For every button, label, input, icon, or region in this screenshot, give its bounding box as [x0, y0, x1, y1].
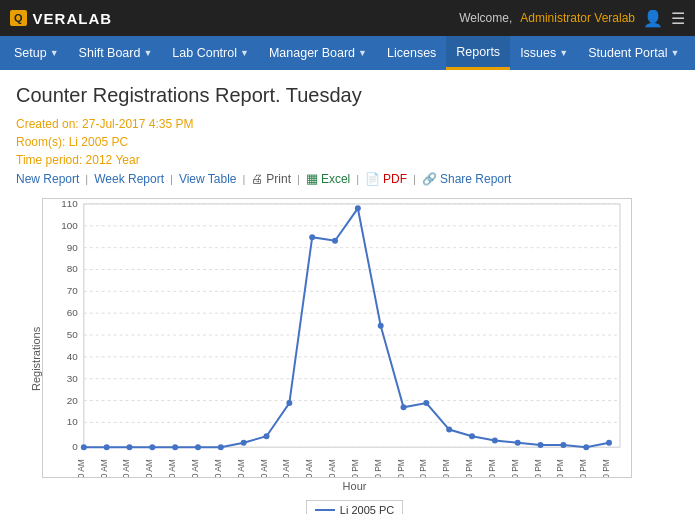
svg-text:3:00 AM: 3:00 AM: [144, 459, 154, 478]
svg-text:10:00 AM: 10:00 AM: [304, 459, 314, 478]
data-point: [423, 400, 429, 406]
nav-labcontrol[interactable]: Lab Control ▼: [162, 36, 259, 70]
pdf-icon: 📄: [365, 172, 380, 186]
nav-issues-arrow: ▼: [559, 48, 568, 58]
link-pdf[interactable]: 📄 PDF: [365, 172, 407, 186]
svg-text:60: 60: [66, 307, 78, 318]
nav-labcontrol-label: Lab Control: [172, 46, 237, 60]
svg-text:2:00 PM: 2:00 PM: [395, 459, 405, 478]
svg-text:50: 50: [66, 329, 78, 340]
admin-name[interactable]: Administrator Veralab: [520, 11, 635, 25]
data-point: [309, 234, 315, 240]
svg-text:4:00 AM: 4:00 AM: [167, 459, 177, 478]
link-view-table[interactable]: View Table: [179, 172, 237, 186]
svg-text:9:00 AM: 9:00 AM: [281, 459, 291, 478]
meta-created: Created on: 27-Jul-2017 4:35 PM: [16, 117, 679, 131]
link-new-report[interactable]: New Report: [16, 172, 79, 186]
chart-svg: 0 10 20 30 40 50 60 70 80 90 100 110: [42, 198, 632, 478]
link-week-report[interactable]: Week Report: [94, 172, 164, 186]
logo-icon: Q: [10, 10, 27, 26]
nav-licenses-label: Licenses: [387, 46, 436, 60]
legend-line: [315, 509, 335, 511]
svg-text:40: 40: [66, 351, 78, 362]
data-point: [514, 440, 520, 446]
data-point: [240, 440, 246, 446]
nav-managerboard-arrow: ▼: [358, 48, 367, 58]
chart-legend: Li 2005 PC: [42, 500, 668, 514]
nav-issues[interactable]: Issues ▼: [510, 36, 578, 70]
user-icon[interactable]: 👤: [643, 9, 663, 28]
rooms-value: Li 2005 PC: [69, 135, 128, 149]
nav-studentportal[interactable]: Student Portal ▼: [578, 36, 689, 70]
svg-text:7:00 PM: 7:00 PM: [509, 459, 519, 478]
svg-text:6:00 PM: 6:00 PM: [486, 459, 496, 478]
nav-setup[interactable]: Setup ▼: [4, 36, 69, 70]
data-point: [195, 444, 201, 450]
nav-setup-label: Setup: [14, 46, 47, 60]
svg-text:6:00 AM: 6:00 AM: [212, 459, 222, 478]
svg-text:4:00 PM: 4:00 PM: [441, 459, 451, 478]
menu-icon[interactable]: ☰: [671, 9, 685, 28]
data-point: [469, 433, 475, 439]
y-axis-label: Registrations: [28, 198, 42, 514]
svg-text:80: 80: [66, 263, 78, 274]
data-point: [583, 444, 589, 450]
data-point: [491, 438, 497, 444]
nav-setup-arrow: ▼: [50, 48, 59, 58]
data-point: [537, 442, 543, 448]
data-point: [606, 440, 612, 446]
page-title: Counter Registrations Report. Tuesday: [16, 84, 679, 107]
svg-text:10: 10: [66, 416, 78, 427]
top-bar: Q VERALAB Welcome, Administrator Veralab…: [0, 0, 695, 36]
svg-text:90: 90: [66, 242, 78, 253]
svg-rect-0: [83, 204, 619, 447]
nav-studentportal-arrow: ▼: [670, 48, 679, 58]
data-point: [80, 444, 86, 450]
link-share-report[interactable]: 🔗 Share Report: [422, 172, 511, 186]
content-area: Counter Registrations Report. Tuesday Cr…: [0, 70, 695, 514]
time-value: 2012 Year: [86, 153, 140, 167]
nav-managerboard-label: Manager Board: [269, 46, 355, 60]
meta-rooms: Room(s): Li 2005 PC: [16, 135, 679, 149]
data-point: [377, 323, 383, 329]
svg-text:11:00 AM: 11:00 AM: [327, 459, 337, 478]
nav-licenses[interactable]: Licenses: [377, 36, 446, 70]
link-print[interactable]: 🖨 Print: [251, 172, 291, 186]
nav-tools[interactable]: Tools ▼: [689, 36, 695, 70]
data-point: [217, 444, 223, 450]
svg-text:12:00 AM: 12:00 AM: [75, 459, 85, 478]
chart-wrap: Registrations: [28, 198, 668, 514]
svg-text:12:00 PM: 12:00 PM: [349, 459, 359, 478]
data-point: [172, 444, 178, 450]
welcome-label: Welcome,: [459, 11, 512, 25]
data-point: [446, 427, 452, 433]
data-point: [263, 433, 269, 439]
link-excel[interactable]: ▦ Excel: [306, 171, 350, 186]
rooms-label: Room(s):: [16, 135, 65, 149]
nav-reports[interactable]: Reports: [446, 36, 510, 70]
chart-inner: 0 10 20 30 40 50 60 70 80 90 100 110: [42, 198, 668, 514]
svg-text:10:00 PM: 10:00 PM: [578, 459, 588, 478]
created-label: Created on:: [16, 117, 79, 131]
legend-item: Li 2005 PC: [306, 500, 403, 514]
nav-shiftboard[interactable]: Shift Board ▼: [69, 36, 163, 70]
nav-issues-label: Issues: [520, 46, 556, 60]
data-point: [354, 205, 360, 211]
svg-text:5:00 AM: 5:00 AM: [190, 459, 200, 478]
svg-text:3:00 PM: 3:00 PM: [418, 459, 428, 478]
svg-text:8:00 PM: 8:00 PM: [532, 459, 542, 478]
created-value: 27-Jul-2017 4:35 PM: [82, 117, 193, 131]
time-label: Time period:: [16, 153, 82, 167]
logo-area: Q VERALAB: [10, 10, 112, 27]
data-point: [286, 400, 292, 406]
data-point: [332, 238, 338, 244]
nav-reports-label: Reports: [456, 45, 500, 59]
chart-container: Registrations: [28, 198, 668, 514]
user-area: Welcome, Administrator Veralab 👤 ☰: [459, 9, 685, 28]
nav-studentportal-label: Student Portal: [588, 46, 667, 60]
data-point: [400, 404, 406, 410]
print-icon: 🖨: [251, 172, 263, 186]
nav-shiftboard-arrow: ▼: [143, 48, 152, 58]
nav-managerboard[interactable]: Manager Board ▼: [259, 36, 377, 70]
nav-labcontrol-arrow: ▼: [240, 48, 249, 58]
